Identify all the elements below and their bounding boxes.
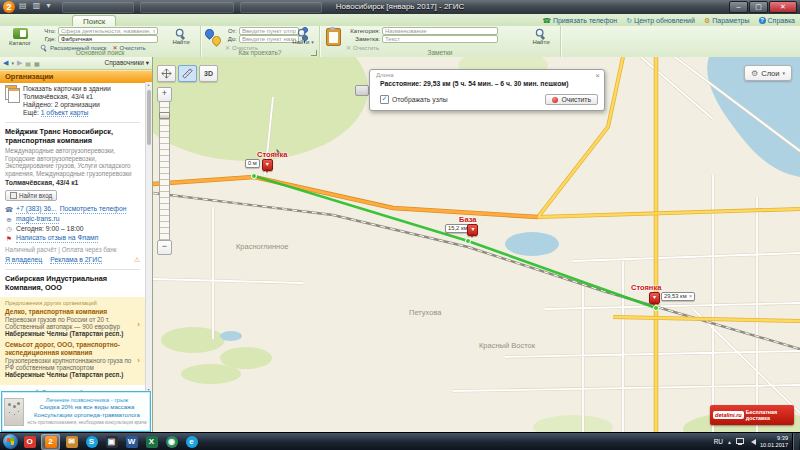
org-name[interactable]: Сибирская Индустриальная Компания, ООО — [5, 275, 140, 292]
show-cards-label: Показать карточки в здании — [23, 85, 111, 93]
find-button[interactable]: Найти — [164, 26, 198, 48]
zoom-track[interactable] — [159, 102, 170, 240]
route-point-mid[interactable]: База 15,2 км▾ — [445, 215, 478, 242]
network-icon[interactable] — [736, 438, 744, 446]
org-card-2[interactable]: Сибирская Индустриальная Компания, ООО — [0, 272, 145, 297]
taskbar-excel[interactable]: X — [143, 435, 160, 449]
category-input[interactable] — [382, 27, 498, 35]
taskbar-browser[interactable]: ◉ — [163, 435, 180, 449]
back-icon[interactable]: ◀ — [3, 59, 8, 67]
ruler-icon — [182, 68, 193, 79]
link-bind-phone[interactable]: ☎Привязать телефон — [542, 17, 617, 25]
map[interactable]: ✈ Красноглинное Петухова Красный Восток … — [153, 57, 800, 433]
pan-tool-button[interactable] — [157, 65, 176, 82]
org-address[interactable]: Толмачёвская, 43/4 к1 — [5, 179, 140, 186]
taskbar-opera[interactable]: O — [21, 435, 38, 449]
language-indicator[interactable]: RU — [714, 438, 723, 445]
ad-image — [4, 398, 24, 426]
route-icon — [203, 28, 223, 46]
list-view-icon[interactable]: ▤ — [25, 60, 31, 67]
what-label: Что: — [40, 28, 56, 34]
zoom-slider[interactable]: + − — [157, 87, 172, 255]
ruler-popup-handle[interactable] — [355, 85, 369, 96]
forward-icon[interactable]: ▶ — [17, 59, 22, 67]
close-icon[interactable]: × — [595, 71, 600, 80]
zoom-thumb[interactable] — [159, 112, 170, 119]
titlebar[interactable]: 2 ▤ ▥ ▾ Новосибирск [январь 2017] - 2ГИС… — [0, 0, 800, 14]
remove-point-icon[interactable]: × — [689, 293, 693, 299]
flamp-review-link[interactable]: Написать отзыв на Фламп — [16, 233, 98, 243]
route-pin-icon[interactable]: ▾ — [262, 159, 273, 171]
zoom-out-button[interactable]: − — [157, 240, 172, 255]
zoom-in-button[interactable]: + — [157, 87, 172, 102]
org-card[interactable]: Мейджик Транс Новосибирск, транспортная … — [0, 125, 145, 267]
map-object-link[interactable]: 1 объект карты — [41, 109, 89, 117]
3d-mode-button[interactable]: 3D — [199, 65, 218, 82]
building-card[interactable]: Показать карточки в здании Толмачёвская,… — [0, 82, 145, 120]
ruler-clear-button[interactable]: Очистить — [545, 94, 598, 105]
chevron-down-icon[interactable]: ▾ — [11, 60, 14, 66]
catalog-button[interactable]: Каталог — [3, 26, 37, 48]
taskbar-outlook[interactable]: ✉ — [63, 435, 80, 449]
clock-icon: ◷ — [5, 224, 13, 233]
route-from-label: От: — [225, 28, 237, 34]
route-pin-icon[interactable]: ▾ — [467, 224, 478, 236]
phone-icon: ☎ — [542, 17, 551, 25]
advertise-link[interactable]: Реклама в 2ГИС — [50, 256, 102, 264]
clock[interactable]: 9:39 10.01.2017 — [760, 435, 788, 448]
expand-icon[interactable]: ▦ — [34, 60, 40, 67]
sidebar-ad-banner[interactable]: Лечение позвоночника - грыж Скидка 20% н… — [1, 391, 151, 432]
place-label: Красный Восток — [479, 341, 536, 350]
scroll-up-icon[interactable]: ▴ — [146, 82, 151, 88]
offer-item[interactable]: Семьсот дорог, ООО, транспортно-экспедиц… — [5, 341, 140, 378]
taskbar-ie[interactable]: e — [183, 435, 200, 449]
owner-link[interactable]: Я владелец — [5, 256, 42, 264]
building-cards-icon — [5, 85, 19, 102]
find-entrance-button[interactable]: Найти вход — [5, 190, 57, 201]
what-input[interactable] — [58, 27, 158, 35]
offers-caption: Предложения других организаций — [5, 300, 140, 306]
dialog-launcher-icon[interactable] — [311, 50, 317, 56]
ruler-tool-button[interactable] — [178, 65, 197, 82]
link-options[interactable]: ⚙Параметры — [704, 17, 750, 25]
map-ad-banner[interactable]: detalini.ru Бесплатнаядоставка — [710, 405, 794, 425]
taskbar-2gis[interactable]: 2 — [41, 434, 60, 450]
org-website-link[interactable]: magic-trans.ru — [16, 214, 59, 224]
hidden-icons-icon[interactable]: ▲ — [727, 439, 732, 445]
more-label: Ещё: — [23, 109, 39, 116]
where-label: Где: — [40, 36, 56, 42]
distance-tag: 0 м — [245, 159, 260, 168]
notes-find-button[interactable]: Найти — [524, 26, 558, 48]
volume-icon[interactable] — [748, 439, 756, 445]
group-notes: Категория: Заметка: ✕Очистить Найти Заме… — [320, 26, 561, 57]
route-point-end[interactable]: Стоянка ▾29,53 км× — [631, 283, 695, 310]
start-button[interactable] — [3, 434, 18, 449]
group-title-route: Как проехать? — [201, 49, 319, 57]
show-phone-link[interactable]: Посмотреть телефон — [60, 204, 127, 214]
layers-button[interactable]: ⚙ Слои ▾ — [744, 65, 792, 81]
org-name[interactable]: Мейджик Транс Новосибирск, транспортная … — [5, 128, 140, 145]
taskbar-skype[interactable]: S — [83, 435, 100, 449]
org-phone[interactable]: +7 (383) 36... — [16, 204, 57, 214]
offer-item[interactable]: Делко, транспортная компания Перевозки г… — [5, 308, 140, 337]
taskbar-word[interactable]: W — [123, 435, 140, 449]
link-help[interactable]: ?Справка — [759, 17, 795, 24]
show-desktop-button[interactable] — [792, 433, 799, 450]
sidebar-scrollbar[interactable]: ▴ ▾ — [145, 82, 152, 393]
route-find-button[interactable]: Найти ▾ — [289, 26, 317, 48]
where-input[interactable] — [58, 35, 158, 43]
route-pin-icon[interactable]: ▾ — [649, 292, 660, 304]
route-point-start[interactable]: Стоянка 0 м▾ — [245, 150, 287, 177]
2gis-app-window: 2 ▤ ▥ ▾ Новосибирск [январь 2017] - 2ГИС… — [0, 0, 800, 450]
show-nodes-checkbox[interactable]: ✓ — [380, 95, 389, 104]
map-canvas[interactable]: ✈ Красноглинное Петухова Красный Восток — [153, 57, 800, 433]
link-update-center[interactable]: ↻Центр обновлений — [626, 17, 695, 25]
taskbar-app[interactable]: ▣ — [103, 435, 120, 449]
close-button[interactable]: ✕ — [769, 1, 797, 13]
minimize-button[interactable]: – — [729, 1, 748, 13]
maximize-button[interactable]: ▢ — [749, 1, 768, 13]
scrollbar-thumb[interactable] — [147, 90, 151, 145]
references-dropdown[interactable]: Справочники ▾ — [105, 59, 149, 67]
note-input[interactable] — [382, 35, 498, 43]
sidebar-results: Показать карточки в здании Толмачёвская,… — [0, 82, 145, 393]
